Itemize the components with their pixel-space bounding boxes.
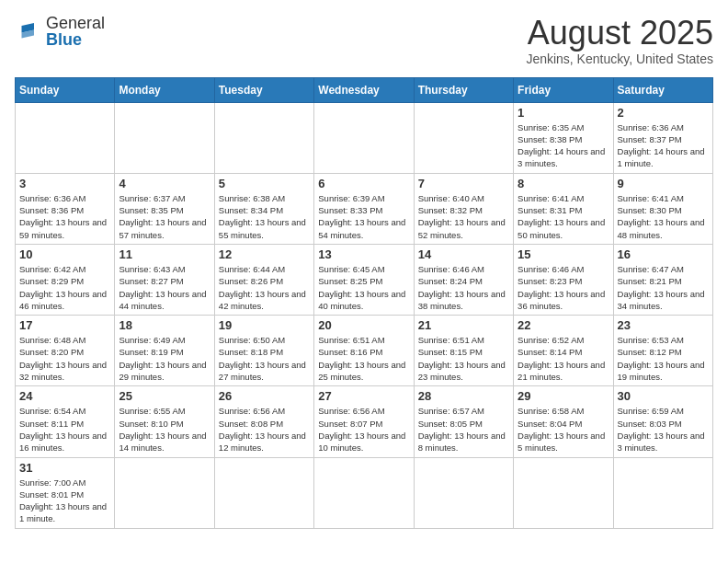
day-info: Sunrise: 6:48 AM Sunset: 8:20 PM Dayligh… — [19, 334, 110, 383]
day-info: Sunrise: 7:00 AM Sunset: 8:01 PM Dayligh… — [19, 477, 110, 525]
calendar: SundayMondayTuesdayWednesdayThursdayFrid… — [15, 77, 713, 529]
day-info: Sunrise: 6:49 AM Sunset: 8:19 PM Dayligh… — [119, 334, 210, 383]
col-header-sunday: Sunday — [16, 77, 115, 102]
col-header-tuesday: Tuesday — [214, 77, 313, 102]
day-cell — [115, 102, 214, 173]
day-info: Sunrise: 6:59 AM Sunset: 8:03 PM Dayligh… — [618, 405, 709, 454]
day-info: Sunrise: 6:50 AM Sunset: 8:18 PM Dayligh… — [219, 334, 310, 383]
day-cell: 13Sunrise: 6:45 AM Sunset: 8:25 PM Dayli… — [314, 244, 414, 315]
day-number: 29 — [518, 389, 609, 403]
col-header-thursday: Thursday — [414, 77, 513, 102]
day-number: 14 — [418, 247, 509, 261]
day-cell — [314, 457, 414, 528]
week-row-1: 1Sunrise: 6:35 AM Sunset: 8:38 PM Daylig… — [16, 102, 713, 173]
col-header-wednesday: Wednesday — [314, 77, 414, 102]
day-number: 4 — [119, 177, 210, 190]
week-row-2: 3Sunrise: 6:36 AM Sunset: 8:36 PM Daylig… — [16, 173, 713, 244]
day-cell: 14Sunrise: 6:46 AM Sunset: 8:24 PM Dayli… — [414, 244, 513, 315]
day-info: Sunrise: 6:51 AM Sunset: 8:16 PM Dayligh… — [318, 334, 409, 383]
day-cell: 20Sunrise: 6:51 AM Sunset: 8:16 PM Dayli… — [314, 316, 414, 386]
day-cell: 24Sunrise: 6:54 AM Sunset: 8:11 PM Dayli… — [16, 386, 115, 457]
day-cell: 12Sunrise: 6:44 AM Sunset: 8:26 PM Dayli… — [214, 244, 313, 315]
day-info: Sunrise: 6:47 AM Sunset: 8:21 PM Dayligh… — [618, 263, 709, 312]
day-cell: 11Sunrise: 6:43 AM Sunset: 8:27 PM Dayli… — [115, 244, 214, 315]
day-number: 19 — [219, 318, 310, 332]
day-info: Sunrise: 6:41 AM Sunset: 8:31 PM Dayligh… — [518, 192, 609, 241]
day-cell — [214, 102, 313, 173]
day-cell: 21Sunrise: 6:51 AM Sunset: 8:15 PM Dayli… — [414, 316, 513, 386]
day-number: 3 — [19, 177, 110, 190]
col-header-friday: Friday — [514, 77, 613, 102]
location-title: Jenkins, Kentucky, United States — [526, 52, 713, 66]
day-info: Sunrise: 6:45 AM Sunset: 8:25 PM Dayligh… — [318, 263, 409, 312]
day-number: 2 — [618, 106, 709, 120]
day-cell — [414, 457, 513, 528]
day-cell: 18Sunrise: 6:49 AM Sunset: 8:19 PM Dayli… — [115, 316, 214, 386]
day-cell: 1Sunrise: 6:35 AM Sunset: 8:38 PM Daylig… — [514, 102, 613, 173]
day-number: 13 — [318, 247, 409, 261]
day-cell: 31Sunrise: 7:00 AM Sunset: 8:01 PM Dayli… — [16, 457, 115, 528]
day-info: Sunrise: 6:35 AM Sunset: 8:38 PM Dayligh… — [518, 121, 609, 170]
day-info: Sunrise: 6:56 AM Sunset: 8:08 PM Dayligh… — [219, 405, 310, 454]
day-number: 1 — [518, 106, 609, 120]
day-number: 15 — [518, 247, 609, 261]
day-cell: 4Sunrise: 6:37 AM Sunset: 8:35 PM Daylig… — [115, 173, 214, 244]
day-cell: 17Sunrise: 6:48 AM Sunset: 8:20 PM Dayli… — [16, 316, 115, 386]
day-cell: 23Sunrise: 6:53 AM Sunset: 8:12 PM Dayli… — [613, 316, 712, 386]
col-header-saturday: Saturday — [613, 77, 712, 102]
day-number: 21 — [418, 318, 509, 332]
day-info: Sunrise: 6:56 AM Sunset: 8:07 PM Dayligh… — [318, 405, 409, 454]
day-cell: 9Sunrise: 6:41 AM Sunset: 8:30 PM Daylig… — [613, 173, 712, 244]
day-info: Sunrise: 6:42 AM Sunset: 8:29 PM Dayligh… — [19, 263, 110, 312]
day-number: 28 — [418, 389, 509, 403]
day-info: Sunrise: 6:53 AM Sunset: 8:12 PM Dayligh… — [618, 334, 709, 383]
day-number: 10 — [19, 247, 110, 261]
day-info: Sunrise: 6:41 AM Sunset: 8:30 PM Dayligh… — [618, 192, 709, 241]
day-number: 12 — [219, 247, 310, 261]
week-row-5: 24Sunrise: 6:54 AM Sunset: 8:11 PM Dayli… — [16, 386, 713, 457]
day-number: 27 — [318, 389, 409, 403]
day-number: 30 — [618, 389, 709, 403]
day-cell: 27Sunrise: 6:56 AM Sunset: 8:07 PM Dayli… — [314, 386, 414, 457]
day-cell: 28Sunrise: 6:57 AM Sunset: 8:05 PM Dayli… — [414, 386, 513, 457]
day-cell: 8Sunrise: 6:41 AM Sunset: 8:31 PM Daylig… — [514, 173, 613, 244]
day-cell: 19Sunrise: 6:50 AM Sunset: 8:18 PM Dayli… — [214, 316, 313, 386]
col-header-monday: Monday — [115, 77, 214, 102]
day-info: Sunrise: 6:37 AM Sunset: 8:35 PM Dayligh… — [119, 192, 210, 241]
header: General Blue August 2025 Jenkins, Kentuc… — [15, 15, 713, 66]
day-cell: 5Sunrise: 6:38 AM Sunset: 8:34 PM Daylig… — [214, 173, 313, 244]
day-number: 26 — [219, 389, 310, 403]
day-cell: 16Sunrise: 6:47 AM Sunset: 8:21 PM Dayli… — [613, 244, 712, 315]
day-number: 8 — [518, 177, 609, 190]
day-info: Sunrise: 6:44 AM Sunset: 8:26 PM Dayligh… — [219, 263, 310, 312]
day-cell: 10Sunrise: 6:42 AM Sunset: 8:29 PM Dayli… — [16, 244, 115, 315]
day-number: 7 — [418, 177, 509, 190]
day-info: Sunrise: 6:54 AM Sunset: 8:11 PM Dayligh… — [19, 405, 110, 454]
day-info: Sunrise: 6:57 AM Sunset: 8:05 PM Dayligh… — [418, 405, 509, 454]
day-cell: 3Sunrise: 6:36 AM Sunset: 8:36 PM Daylig… — [16, 173, 115, 244]
generalblue-icon — [15, 20, 42, 42]
day-cell — [514, 457, 613, 528]
day-number: 18 — [119, 318, 210, 332]
day-cell — [214, 457, 313, 528]
day-cell — [115, 457, 214, 528]
day-number: 5 — [219, 177, 310, 190]
day-number: 9 — [618, 177, 709, 190]
day-cell — [613, 457, 712, 528]
calendar-header-row: SundayMondayTuesdayWednesdayThursdayFrid… — [16, 77, 713, 102]
day-info: Sunrise: 6:43 AM Sunset: 8:27 PM Dayligh… — [119, 263, 210, 312]
day-cell — [314, 102, 414, 173]
day-info: Sunrise: 6:55 AM Sunset: 8:10 PM Dayligh… — [119, 405, 210, 454]
day-cell: 22Sunrise: 6:52 AM Sunset: 8:14 PM Dayli… — [514, 316, 613, 386]
day-number: 23 — [618, 318, 709, 332]
day-cell — [16, 102, 115, 173]
day-cell: 6Sunrise: 6:39 AM Sunset: 8:33 PM Daylig… — [314, 173, 414, 244]
month-title: August 2025 — [526, 15, 713, 52]
day-number: 17 — [19, 318, 110, 332]
day-number: 16 — [618, 247, 709, 261]
day-info: Sunrise: 6:40 AM Sunset: 8:32 PM Dayligh… — [418, 192, 509, 241]
logo-text: General Blue — [46, 15, 105, 48]
day-info: Sunrise: 6:36 AM Sunset: 8:37 PM Dayligh… — [618, 121, 709, 170]
day-cell: 30Sunrise: 6:59 AM Sunset: 8:03 PM Dayli… — [613, 386, 712, 457]
day-info: Sunrise: 6:58 AM Sunset: 8:04 PM Dayligh… — [518, 405, 609, 454]
